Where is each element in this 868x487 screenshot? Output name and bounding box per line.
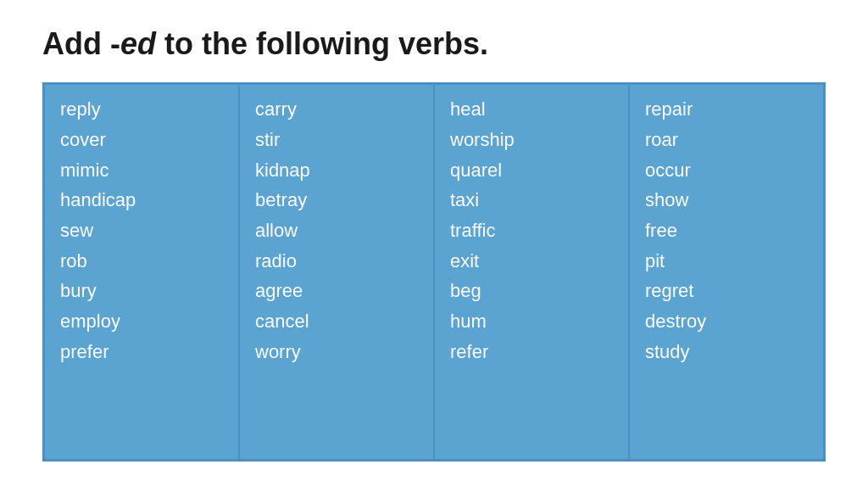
- word-2-5: allow: [255, 218, 418, 244]
- word-1-8: employ: [60, 309, 223, 334]
- word-4-3: occur: [645, 158, 808, 183]
- word-2-2: stir: [255, 127, 418, 153]
- word-4-2: roar: [645, 127, 808, 153]
- word-1-6: rob: [60, 249, 223, 274]
- word-3-2: worship: [450, 127, 613, 153]
- word-3-5: traffic: [450, 218, 613, 244]
- verb-column-1: replycovermimichandicapsewrobburyemployp…: [45, 85, 240, 459]
- word-4-4: show: [645, 188, 808, 213]
- word-4-9: study: [645, 339, 808, 365]
- word-3-4: taxi: [450, 188, 613, 213]
- word-3-6: exit: [450, 249, 613, 274]
- page-title: Add -ed to the following verbs.: [42, 25, 826, 62]
- word-1-9: prefer: [60, 339, 223, 365]
- verbs-table: replycovermimichandicapsewrobburyemployp…: [42, 82, 826, 462]
- word-1-3: mimic: [60, 158, 223, 183]
- word-2-6: radio: [255, 249, 418, 274]
- word-3-3: quarel: [450, 158, 613, 183]
- word-3-7: beg: [450, 278, 613, 304]
- word-1-1: reply: [60, 97, 223, 122]
- word-4-8: destroy: [645, 309, 808, 334]
- word-4-1: repair: [645, 97, 808, 122]
- word-2-4: betray: [255, 188, 418, 213]
- word-4-7: regret: [645, 278, 808, 304]
- page-container: Add -ed to the following verbs. replycov…: [0, 0, 868, 487]
- word-3-8: hum: [450, 309, 613, 334]
- word-4-5: free: [645, 218, 808, 244]
- verb-column-4: repairroaroccurshowfreepitregretdestroys…: [630, 85, 823, 459]
- word-3-9: refer: [450, 339, 613, 365]
- verb-column-3: healworshipquareltaxitrafficexitbeghumre…: [435, 85, 630, 459]
- word-1-4: handicap: [60, 188, 223, 213]
- word-2-3: kidnap: [255, 158, 418, 183]
- word-1-2: cover: [60, 127, 223, 153]
- word-2-9: worry: [255, 339, 418, 365]
- word-2-7: agree: [255, 278, 418, 304]
- word-2-8: cancel: [255, 309, 418, 334]
- word-2-1: carry: [255, 97, 418, 122]
- word-1-5: sew: [60, 218, 223, 244]
- word-4-6: pit: [645, 249, 808, 274]
- word-3-1: heal: [450, 97, 613, 122]
- word-1-7: bury: [60, 278, 223, 304]
- verb-column-2: carrystirkidnapbetrayallowradioagreecanc…: [240, 85, 435, 459]
